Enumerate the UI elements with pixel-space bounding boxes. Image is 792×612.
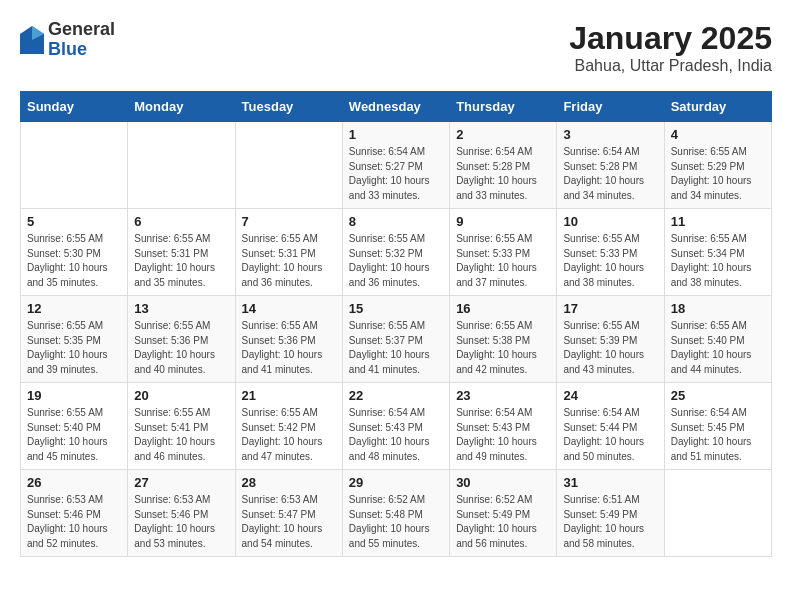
day-cell: 3Sunrise: 6:54 AMSunset: 5:28 PMDaylight… xyxy=(557,122,664,209)
day-cell: 13Sunrise: 6:55 AMSunset: 5:36 PMDayligh… xyxy=(128,296,235,383)
weekday-header-row: SundayMondayTuesdayWednesdayThursdayFrid… xyxy=(21,92,772,122)
day-cell: 9Sunrise: 6:55 AMSunset: 5:33 PMDaylight… xyxy=(450,209,557,296)
logo-blue: Blue xyxy=(48,40,115,60)
logo: General Blue xyxy=(20,20,115,60)
day-number: 24 xyxy=(563,388,657,403)
day-cell: 1Sunrise: 6:54 AMSunset: 5:27 PMDaylight… xyxy=(342,122,449,209)
logo-general: General xyxy=(48,20,115,40)
day-info: Sunrise: 6:55 AMSunset: 5:35 PMDaylight:… xyxy=(27,319,121,377)
day-number: 6 xyxy=(134,214,228,229)
day-cell xyxy=(128,122,235,209)
day-cell: 28Sunrise: 6:53 AMSunset: 5:47 PMDayligh… xyxy=(235,470,342,557)
day-info: Sunrise: 6:54 AMSunset: 5:27 PMDaylight:… xyxy=(349,145,443,203)
logo-icon xyxy=(20,26,44,54)
day-cell xyxy=(21,122,128,209)
day-info: Sunrise: 6:55 AMSunset: 5:40 PMDaylight:… xyxy=(27,406,121,464)
day-number: 14 xyxy=(242,301,336,316)
day-number: 19 xyxy=(27,388,121,403)
day-number: 1 xyxy=(349,127,443,142)
day-number: 16 xyxy=(456,301,550,316)
day-number: 23 xyxy=(456,388,550,403)
page-header: General Blue January 2025 Bahua, Uttar P… xyxy=(20,20,772,75)
day-info: Sunrise: 6:55 AMSunset: 5:37 PMDaylight:… xyxy=(349,319,443,377)
day-info: Sunrise: 6:55 AMSunset: 5:29 PMDaylight:… xyxy=(671,145,765,203)
day-info: Sunrise: 6:54 AMSunset: 5:43 PMDaylight:… xyxy=(349,406,443,464)
day-cell: 10Sunrise: 6:55 AMSunset: 5:33 PMDayligh… xyxy=(557,209,664,296)
day-cell: 6Sunrise: 6:55 AMSunset: 5:31 PMDaylight… xyxy=(128,209,235,296)
day-info: Sunrise: 6:55 AMSunset: 5:31 PMDaylight:… xyxy=(242,232,336,290)
weekday-header-monday: Monday xyxy=(128,92,235,122)
day-cell: 25Sunrise: 6:54 AMSunset: 5:45 PMDayligh… xyxy=(664,383,771,470)
week-row-5: 26Sunrise: 6:53 AMSunset: 5:46 PMDayligh… xyxy=(21,470,772,557)
weekday-header-thursday: Thursday xyxy=(450,92,557,122)
day-number: 21 xyxy=(242,388,336,403)
day-cell: 15Sunrise: 6:55 AMSunset: 5:37 PMDayligh… xyxy=(342,296,449,383)
day-info: Sunrise: 6:55 AMSunset: 5:40 PMDaylight:… xyxy=(671,319,765,377)
day-number: 12 xyxy=(27,301,121,316)
day-info: Sunrise: 6:55 AMSunset: 5:36 PMDaylight:… xyxy=(134,319,228,377)
day-number: 27 xyxy=(134,475,228,490)
day-number: 22 xyxy=(349,388,443,403)
week-row-2: 5Sunrise: 6:55 AMSunset: 5:30 PMDaylight… xyxy=(21,209,772,296)
day-cell: 4Sunrise: 6:55 AMSunset: 5:29 PMDaylight… xyxy=(664,122,771,209)
day-number: 29 xyxy=(349,475,443,490)
day-info: Sunrise: 6:53 AMSunset: 5:46 PMDaylight:… xyxy=(134,493,228,551)
logo-text: General Blue xyxy=(48,20,115,60)
day-number: 4 xyxy=(671,127,765,142)
day-cell: 23Sunrise: 6:54 AMSunset: 5:43 PMDayligh… xyxy=(450,383,557,470)
calendar-title: January 2025 xyxy=(569,20,772,57)
day-number: 25 xyxy=(671,388,765,403)
weekday-header-sunday: Sunday xyxy=(21,92,128,122)
day-info: Sunrise: 6:55 AMSunset: 5:39 PMDaylight:… xyxy=(563,319,657,377)
day-cell: 26Sunrise: 6:53 AMSunset: 5:46 PMDayligh… xyxy=(21,470,128,557)
day-info: Sunrise: 6:55 AMSunset: 5:30 PMDaylight:… xyxy=(27,232,121,290)
day-number: 11 xyxy=(671,214,765,229)
day-cell xyxy=(235,122,342,209)
weekday-header-tuesday: Tuesday xyxy=(235,92,342,122)
day-info: Sunrise: 6:53 AMSunset: 5:47 PMDaylight:… xyxy=(242,493,336,551)
day-number: 20 xyxy=(134,388,228,403)
day-info: Sunrise: 6:54 AMSunset: 5:28 PMDaylight:… xyxy=(563,145,657,203)
day-info: Sunrise: 6:55 AMSunset: 5:41 PMDaylight:… xyxy=(134,406,228,464)
day-cell: 2Sunrise: 6:54 AMSunset: 5:28 PMDaylight… xyxy=(450,122,557,209)
day-info: Sunrise: 6:55 AMSunset: 5:31 PMDaylight:… xyxy=(134,232,228,290)
day-number: 3 xyxy=(563,127,657,142)
day-info: Sunrise: 6:54 AMSunset: 5:43 PMDaylight:… xyxy=(456,406,550,464)
day-cell xyxy=(664,470,771,557)
calendar-table: SundayMondayTuesdayWednesdayThursdayFrid… xyxy=(20,91,772,557)
day-info: Sunrise: 6:52 AMSunset: 5:49 PMDaylight:… xyxy=(456,493,550,551)
day-cell: 19Sunrise: 6:55 AMSunset: 5:40 PMDayligh… xyxy=(21,383,128,470)
day-cell: 14Sunrise: 6:55 AMSunset: 5:36 PMDayligh… xyxy=(235,296,342,383)
day-info: Sunrise: 6:55 AMSunset: 5:36 PMDaylight:… xyxy=(242,319,336,377)
day-number: 13 xyxy=(134,301,228,316)
day-info: Sunrise: 6:51 AMSunset: 5:49 PMDaylight:… xyxy=(563,493,657,551)
weekday-header-saturday: Saturday xyxy=(664,92,771,122)
day-cell: 24Sunrise: 6:54 AMSunset: 5:44 PMDayligh… xyxy=(557,383,664,470)
day-number: 31 xyxy=(563,475,657,490)
weekday-header-friday: Friday xyxy=(557,92,664,122)
day-info: Sunrise: 6:53 AMSunset: 5:46 PMDaylight:… xyxy=(27,493,121,551)
day-number: 26 xyxy=(27,475,121,490)
day-cell: 20Sunrise: 6:55 AMSunset: 5:41 PMDayligh… xyxy=(128,383,235,470)
day-number: 17 xyxy=(563,301,657,316)
day-cell: 31Sunrise: 6:51 AMSunset: 5:49 PMDayligh… xyxy=(557,470,664,557)
day-cell: 7Sunrise: 6:55 AMSunset: 5:31 PMDaylight… xyxy=(235,209,342,296)
day-cell: 8Sunrise: 6:55 AMSunset: 5:32 PMDaylight… xyxy=(342,209,449,296)
day-cell: 29Sunrise: 6:52 AMSunset: 5:48 PMDayligh… xyxy=(342,470,449,557)
day-cell: 21Sunrise: 6:55 AMSunset: 5:42 PMDayligh… xyxy=(235,383,342,470)
day-number: 5 xyxy=(27,214,121,229)
day-info: Sunrise: 6:54 AMSunset: 5:28 PMDaylight:… xyxy=(456,145,550,203)
day-number: 30 xyxy=(456,475,550,490)
day-info: Sunrise: 6:54 AMSunset: 5:44 PMDaylight:… xyxy=(563,406,657,464)
day-info: Sunrise: 6:55 AMSunset: 5:33 PMDaylight:… xyxy=(563,232,657,290)
day-number: 15 xyxy=(349,301,443,316)
day-cell: 5Sunrise: 6:55 AMSunset: 5:30 PMDaylight… xyxy=(21,209,128,296)
week-row-4: 19Sunrise: 6:55 AMSunset: 5:40 PMDayligh… xyxy=(21,383,772,470)
day-info: Sunrise: 6:55 AMSunset: 5:42 PMDaylight:… xyxy=(242,406,336,464)
calendar-subtitle: Bahua, Uttar Pradesh, India xyxy=(569,57,772,75)
day-cell: 18Sunrise: 6:55 AMSunset: 5:40 PMDayligh… xyxy=(664,296,771,383)
week-row-1: 1Sunrise: 6:54 AMSunset: 5:27 PMDaylight… xyxy=(21,122,772,209)
day-info: Sunrise: 6:55 AMSunset: 5:32 PMDaylight:… xyxy=(349,232,443,290)
day-cell: 17Sunrise: 6:55 AMSunset: 5:39 PMDayligh… xyxy=(557,296,664,383)
day-info: Sunrise: 6:55 AMSunset: 5:38 PMDaylight:… xyxy=(456,319,550,377)
